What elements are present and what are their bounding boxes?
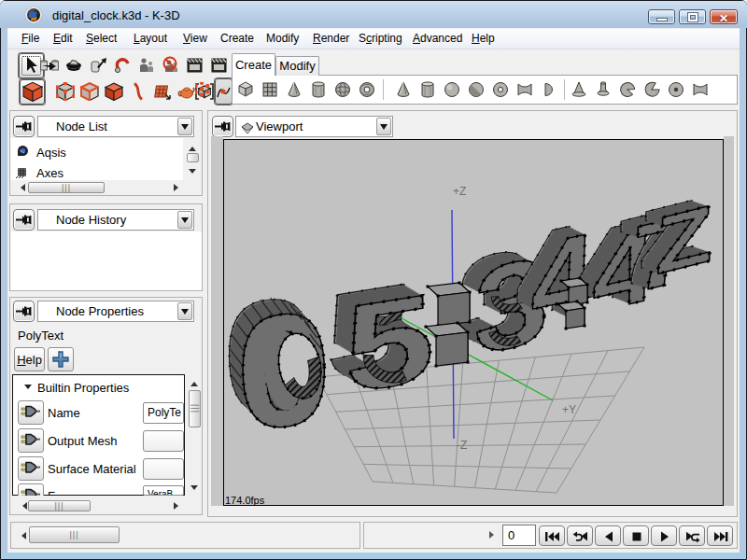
svg-text:+Z: +Z: [453, 185, 466, 198]
svg-text:-Z: -Z: [457, 439, 467, 452]
svg-text:174.0fps: 174.0fps: [225, 495, 265, 505]
svg-text:5: 5: [344, 267, 435, 419]
svg-text:+Y: +Y: [562, 403, 576, 416]
svg-text:Z: Z: [655, 187, 713, 291]
